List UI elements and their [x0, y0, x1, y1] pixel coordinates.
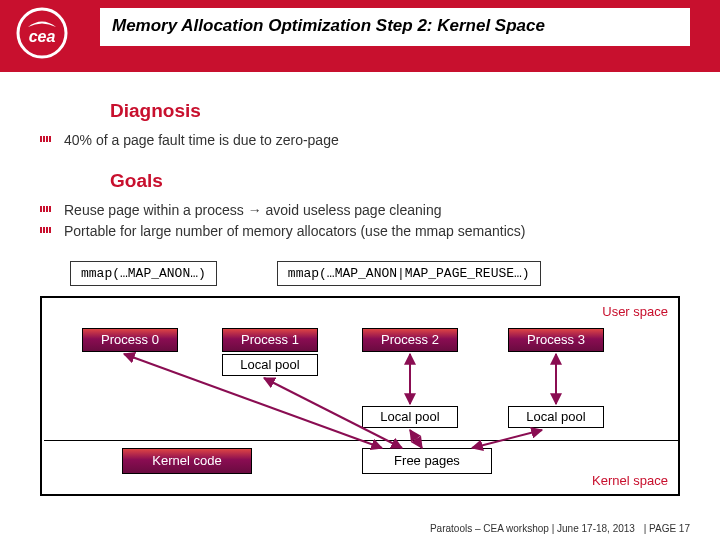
goals-heading: Goals	[110, 170, 680, 192]
svg-text:cea: cea	[29, 28, 56, 45]
footer: Paratools – CEA workshop | June 17-18, 2…	[430, 523, 690, 534]
process-2-box: Process 2	[362, 328, 458, 352]
code-after: mmap(…MAP_ANON|MAP_PAGE_REUSE…)	[277, 261, 541, 286]
process-1-box: Process 1	[222, 328, 318, 352]
diagnosis-item: 40% of a page fault time is due to zero-…	[40, 130, 680, 150]
svg-line-6	[410, 430, 422, 448]
goals-item-1: Portable for large number of memory allo…	[40, 221, 680, 241]
slide-title: Memory Allocation Optimization Step 2: K…	[100, 8, 690, 46]
diagnosis-heading: Diagnosis	[110, 100, 680, 122]
content-area: Diagnosis 40% of a page fault time is du…	[40, 100, 680, 496]
local-pool-1: Local pool	[222, 354, 318, 376]
code-comparison: mmap(…MAP_ANON…) mmap(…MAP_ANON|MAP_PAGE…	[70, 261, 680, 286]
diagnosis-bullets: 40% of a page fault time is due to zero-…	[40, 130, 680, 150]
local-pool-2: Local pool	[362, 406, 458, 428]
user-space-label: User space	[602, 304, 668, 319]
footer-text: Paratools – CEA workshop | June 17-18, 2…	[430, 523, 635, 534]
svg-line-7	[472, 430, 542, 448]
cea-logo: cea	[12, 6, 72, 60]
goals-bullets: Reuse page within a process → avoid usel…	[40, 200, 680, 241]
local-pool-3: Local pool	[508, 406, 604, 428]
free-pages-box: Free pages	[362, 448, 492, 474]
process-0-box: Process 0	[82, 328, 178, 352]
code-before: mmap(…MAP_ANON…)	[70, 261, 217, 286]
kernel-code-box: Kernel code	[122, 448, 252, 474]
architecture-diagram: User space Kernel space Process 0 Proces…	[40, 296, 680, 496]
kernel-space-label: Kernel space	[592, 473, 668, 488]
footer-page: | PAGE 17	[644, 523, 690, 534]
goals-item-0: Reuse page within a process → avoid usel…	[40, 200, 680, 220]
process-3-box: Process 3	[508, 328, 604, 352]
user-kernel-divider	[44, 440, 678, 441]
